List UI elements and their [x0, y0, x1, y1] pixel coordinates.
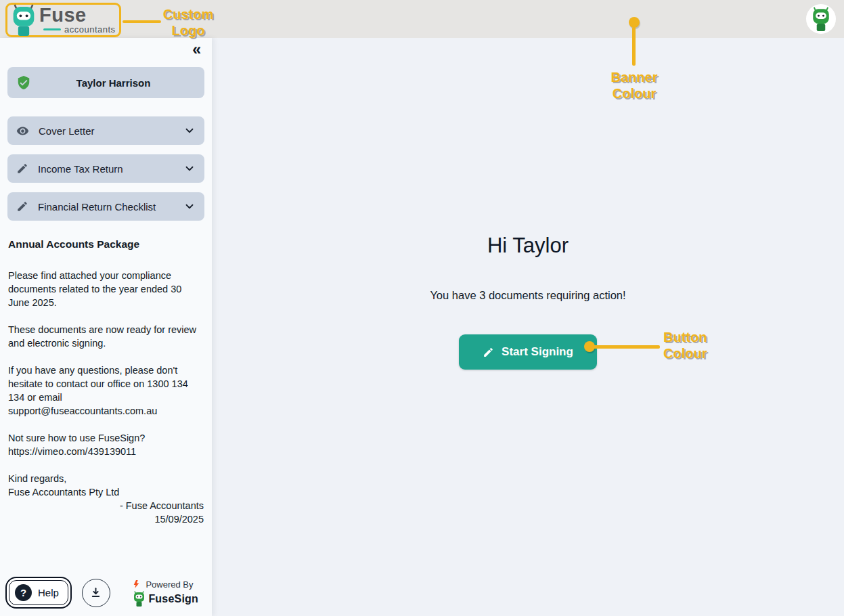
- help-button[interactable]: ? Help: [5, 577, 72, 609]
- recipient-card: Taylor Harrison: [7, 67, 204, 98]
- fusesign-brand-text: FuseSign: [148, 593, 198, 605]
- sidebar: « Taylor Harrison Cover Letter Income Ta…: [0, 38, 212, 616]
- cover-letter-paragraph: If you have any questions, please don't …: [8, 364, 204, 418]
- chevron-down-icon: [183, 162, 196, 175]
- cover-letter-body: Annual Accounts Package Please find atta…: [0, 230, 212, 526]
- cover-letter-paragraph: Not sure how to use FuseSign? https://vi…: [8, 431, 204, 458]
- documents-status-text: You have 3 documents requiring action!: [430, 289, 625, 302]
- download-icon: [89, 586, 102, 599]
- cover-letter-paragraph: Kind regards, Fuse Accountants Pty Ltd: [8, 472, 204, 499]
- sidebar-collapse-button[interactable]: «: [192, 41, 201, 58]
- powered-by-fusesign: Powered By FuseSign: [132, 579, 204, 607]
- document-label: Financial Return Checklist: [38, 201, 156, 213]
- start-signing-button[interactable]: Start Signing: [459, 334, 597, 370]
- fuse-accountants-robot-icon: [9, 4, 38, 36]
- verified-shield-icon: [16, 75, 31, 90]
- recipient-name: Taylor Harrison: [31, 77, 196, 89]
- help-label: Help: [38, 587, 59, 598]
- document-list: Cover Letter Income Tax Return Financial…: [0, 116, 212, 230]
- chevron-down-icon: [183, 200, 196, 213]
- button-colour-annotation: Button Colour: [663, 329, 738, 361]
- pencil-icon: [16, 162, 28, 175]
- start-signing-label: Start Signing: [502, 345, 573, 359]
- pencil-icon: [16, 200, 28, 213]
- greeting-heading: Hi Taylor: [487, 234, 569, 258]
- question-mark-icon: ?: [15, 584, 32, 601]
- fusesign-avatar: [806, 4, 836, 34]
- cover-letter-paragraph: These documents are now ready for review…: [8, 323, 204, 350]
- custom-logo-callout-line: [123, 20, 161, 23]
- document-item-cover-letter[interactable]: Cover Letter: [7, 116, 204, 145]
- document-label: Cover Letter: [39, 125, 95, 137]
- document-item-financial-return-checklist[interactable]: Financial Return Checklist: [7, 192, 204, 221]
- custom-logo-annotation: Custom Logo: [160, 6, 217, 39]
- cover-letter-signature: - Fuse Accountants: [8, 499, 204, 512]
- logo-sub-text: accountants: [64, 24, 116, 35]
- document-item-income-tax-return[interactable]: Income Tax Return: [7, 154, 204, 183]
- download-all-button[interactable]: [82, 579, 110, 607]
- button-colour-callout-line: [590, 345, 660, 349]
- eye-icon: [16, 125, 29, 137]
- custom-logo: Fuse accountants: [5, 3, 121, 37]
- fusesign-robot-icon: [810, 7, 832, 31]
- logo-brand-text: Fuse: [39, 5, 116, 24]
- lightning-bolt-icon: [132, 579, 141, 590]
- top-banner: [0, 0, 844, 38]
- cover-letter-date: 15/09/2025: [8, 512, 204, 526]
- cover-letter-title: Annual Accounts Package: [8, 238, 204, 251]
- powered-by-label: Powered By: [146, 579, 193, 590]
- logo-dash: [43, 28, 61, 30]
- document-label: Income Tax Return: [38, 163, 123, 175]
- banner-colour-annotation: Banner Colour: [600, 69, 668, 102]
- cover-letter-paragraph: Please find attached your compliance doc…: [8, 269, 204, 309]
- banner-colour-callout-dot: [629, 17, 640, 28]
- banner-colour-callout-line: [632, 27, 636, 66]
- sidebar-footer: ? Help Powered By: [0, 577, 212, 616]
- fusesign-robot-icon: [132, 591, 146, 607]
- main-content: Hi Taylor You have 3 documents requiring…: [212, 38, 844, 616]
- pencil-icon: [483, 347, 494, 358]
- chevron-down-icon: [183, 125, 196, 137]
